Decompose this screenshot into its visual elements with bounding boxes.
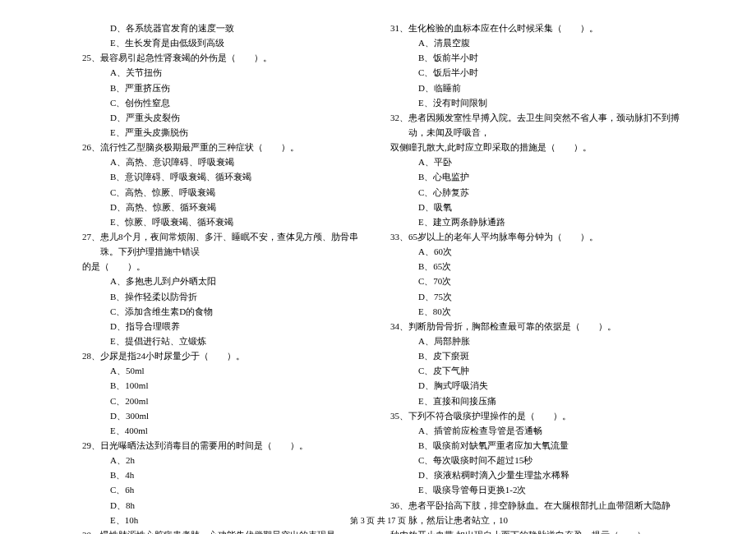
question-32: 32、患者因频发室性早搏入院。去卫生间突然不省人事，颈动脉扪不到搏动，未闻及呼吸… — [390, 110, 682, 229]
q24-continued-options: D、各系统器官发育的速度一致 E、生长发育是由低级到高级 — [82, 21, 374, 50]
question-35: 35、下列不符合吸痰护理操作的是（ ）。 A、插管前应检查导管是否通畅 B、吸痰… — [390, 408, 682, 498]
option: A、高热、意识障碍、呼吸衰竭 — [110, 154, 374, 169]
option: C、饭后半小时 — [418, 65, 682, 80]
option: A、60次 — [418, 244, 682, 259]
option: C、每次吸痰时间不超过15秒 — [418, 453, 682, 467]
option: E、生长发育是由低级到高级 — [110, 35, 374, 50]
option: E、80次 — [418, 304, 682, 319]
question-text: 25、最容易引起急性肾衰竭的外伤是（ ）。 — [82, 50, 374, 65]
question-text: 31、生化检验的血标本应在什么时候采集（ ）。 — [390, 21, 682, 35]
options-list: A、60次 B、65次 C、70次 D、75次 E、80次 — [390, 244, 682, 319]
option: E、没有时间限制 — [418, 95, 682, 110]
question-30: 30、慢性肺源性心脏病患者肺、心功能失代偿期最突出的表现是（ ）。 A、呼吸困难… — [82, 527, 374, 534]
option: A、平卧 — [418, 154, 682, 169]
question-26: 26、流行性乙型脑炎极期最严重的三种症状（ ）。 A、高热、意识障碍、呼吸衰竭 … — [82, 140, 374, 229]
option: A、清晨空腹 — [418, 35, 682, 50]
option: B、65次 — [418, 259, 682, 274]
page-footer: 第 3 页 共 17 页 — [0, 514, 756, 528]
question-33: 33、65岁以上的老年人平均脉率每分钟为（ ）。 A、60次 B、65次 C、7… — [390, 229, 682, 319]
option: C、皮下气肿 — [418, 363, 682, 378]
option: B、心电监护 — [418, 169, 682, 184]
option: D、300ml — [110, 408, 374, 423]
left-column: D、各系统器官发育的速度一致 E、生长发育是由低级到高级 25、最容易引起急性肾… — [82, 21, 374, 534]
question-text: 27、患儿8个月，夜间常烦闹、多汗、睡眠不安，查体见方颅、肋骨串珠。下列护理措施… — [82, 229, 374, 259]
question-text: 28、少尿是指24小时尿量少于（ ）。 — [82, 348, 374, 363]
option: A、局部肿胀 — [418, 334, 682, 348]
option: A、50ml — [110, 363, 374, 378]
option: D、临睡前 — [418, 81, 682, 95]
options-list: A、清晨空腹 B、饭前半小时 C、饭后半小时 D、临睡前 E、没有时间限制 — [390, 35, 682, 110]
option: D、各系统器官发育的速度一致 — [110, 21, 374, 35]
question-text-line2: 双侧瞳孔散大,此时应立即采取的措施是（ ）。 — [390, 140, 682, 154]
right-column: 31、生化检验的血标本应在什么时候采集（ ）。 A、清晨空腹 B、饭前半小时 C… — [390, 21, 682, 534]
option: D、痰液粘稠时滴入少量生理盐水稀释 — [418, 467, 682, 482]
option: D、胸式呼吸消失 — [418, 378, 682, 393]
option: E、提倡进行站、立锻炼 — [110, 334, 374, 348]
options-list: A、平卧 B、心电监护 C、心肺复苏 D、吸氧 E、建立两条静脉通路 — [390, 154, 682, 229]
option: B、100ml — [110, 378, 374, 393]
question-text: 30、慢性肺源性心脏病患者肺、心功能失代偿期最突出的表现是（ ）。 — [82, 527, 374, 534]
question-27: 27、患儿8个月，夜间常烦闹、多汗、睡眠不安，查体见方颅、肋骨串珠。下列护理措施… — [82, 229, 374, 348]
option: B、4h — [110, 467, 374, 482]
option: E、严重头皮撕脱伤 — [110, 125, 374, 140]
question-text: 33、65岁以上的老年人平均脉率每分钟为（ ）。 — [390, 229, 682, 244]
options-list: A、50ml B、100ml C、200ml D、300ml E、400ml — [82, 363, 374, 438]
question-25: 25、最容易引起急性肾衰竭的外伤是（ ）。 A、关节扭伤 B、严重挤压伤 C、创… — [82, 50, 374, 140]
option: E、建立两条静脉通路 — [418, 214, 682, 229]
option: E、400ml — [110, 423, 374, 438]
option: A、插管前应检查导管是否通畅 — [418, 423, 682, 438]
option: D、吸氧 — [418, 200, 682, 214]
option: D、指导合理喂养 — [110, 319, 374, 334]
option: C、心肺复苏 — [418, 185, 682, 200]
question-text: 35、下列不符合吸痰护理操作的是（ ）。 — [390, 408, 682, 423]
options-list: A、插管前应检查导管是否通畅 B、吸痰前对缺氧严重者应加大氧流量 C、每次吸痰时… — [390, 423, 682, 498]
option: C、高热、惊厥、呼吸衰竭 — [110, 185, 374, 200]
options-list: A、局部肿胀 B、皮下瘀斑 C、皮下气肿 D、胸式呼吸消失 E、直接和间接压痛 — [390, 334, 682, 408]
question-text: 29、日光曝晒法达到消毒目的需要用的时间是（ ）。 — [82, 438, 374, 453]
option: C、创伤性窒息 — [110, 95, 374, 110]
option: D、8h — [110, 498, 374, 513]
options-list: A、高热、意识障碍、呼吸衰竭 B、意识障碍、呼吸衰竭、循环衰竭 C、高热、惊厥、… — [82, 154, 374, 229]
option: C、70次 — [418, 274, 682, 288]
option: C、200ml — [110, 394, 374, 408]
option: B、吸痰前对缺氧严重者应加大氧流量 — [418, 438, 682, 453]
option: A、2h — [110, 453, 374, 467]
question-28: 28、少尿是指24小时尿量少于（ ）。 A、50ml B、100ml C、200… — [82, 348, 374, 438]
option: C、6h — [110, 482, 374, 497]
question-text-line2: 秒内放开止血带,如出现自上而下的静脉逆向充盈，提示（ ）。 — [390, 527, 682, 534]
option: D、高热、惊厥、循环衰竭 — [110, 200, 374, 214]
option: E、直接和间接压痛 — [418, 394, 682, 408]
option: A、多抱患儿到户外晒太阳 — [110, 274, 374, 288]
option: C、添加含维生素D的食物 — [110, 304, 374, 319]
option: B、严重挤压伤 — [110, 81, 374, 95]
option: B、饭前半小时 — [418, 50, 682, 65]
option: B、皮下瘀斑 — [418, 348, 682, 363]
option: E、吸痰导管每日更换1-2次 — [418, 482, 682, 497]
question-text: 34、判断肋骨骨折，胸部检查最可靠的依据是（ ）。 — [390, 319, 682, 334]
question-31: 31、生化检验的血标本应在什么时候采集（ ）。 A、清晨空腹 B、饭前半小时 C… — [390, 21, 682, 110]
question-34: 34、判断肋骨骨折，胸部检查最可靠的依据是（ ）。 A、局部肿胀 B、皮下瘀斑 … — [390, 319, 682, 408]
question-text: 26、流行性乙型脑炎极期最严重的三种症状（ ）。 — [82, 140, 374, 154]
options-list: A、关节扭伤 B、严重挤压伤 C、创伤性窒息 D、严重头皮裂伤 E、严重头皮撕脱… — [82, 65, 374, 140]
option: D、75次 — [418, 289, 682, 304]
option: A、关节扭伤 — [110, 65, 374, 80]
two-column-layout: D、各系统器官发育的速度一致 E、生长发育是由低级到高级 25、最容易引起急性肾… — [82, 21, 682, 534]
option: D、严重头皮裂伤 — [110, 110, 374, 125]
options-list: A、多抱患儿到户外晒太阳 B、操作轻柔以防骨折 C、添加含维生素D的食物 D、指… — [82, 274, 374, 348]
option: B、操作轻柔以防骨折 — [110, 289, 374, 304]
question-text-line2: 的是（ ）。 — [82, 259, 374, 274]
option: E、惊厥、呼吸衰竭、循环衰竭 — [110, 214, 374, 229]
option: B、意识障碍、呼吸衰竭、循环衰竭 — [110, 169, 374, 184]
question-text: 32、患者因频发室性早搏入院。去卫生间突然不省人事，颈动脉扪不到搏动，未闻及呼吸… — [390, 110, 682, 140]
